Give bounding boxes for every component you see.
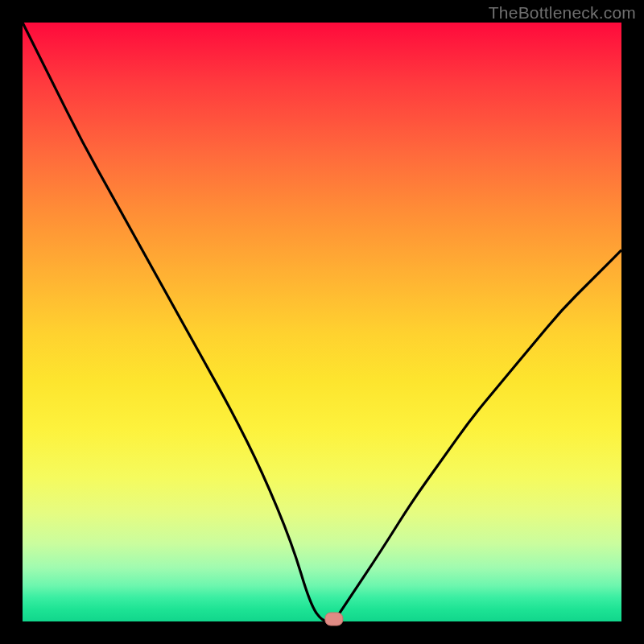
chart-frame: TheBottleneck.com xyxy=(0,0,644,644)
bottleneck-curve xyxy=(23,23,621,621)
chart-svg xyxy=(23,23,621,621)
watermark-text: TheBottleneck.com xyxy=(489,3,636,23)
plot-area xyxy=(23,23,621,621)
optimum-marker xyxy=(325,613,343,625)
